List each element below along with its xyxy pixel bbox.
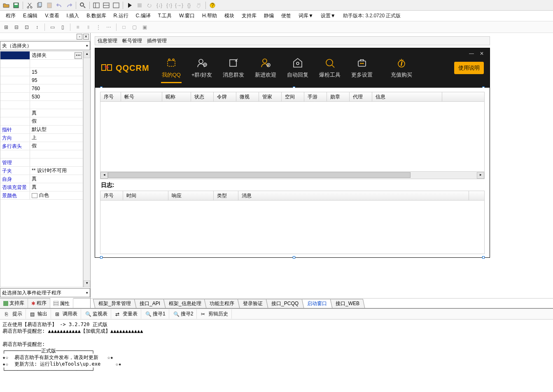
step2-icon[interactable]: {} bbox=[184, 1, 194, 10]
align6-icon[interactable]: ▯ bbox=[58, 23, 67, 32]
property-value[interactable]: 真 bbox=[30, 175, 83, 183]
nav-myqq[interactable]: 我的QQ bbox=[161, 56, 182, 83]
menu-run[interactable]: R.运行 bbox=[110, 11, 132, 21]
nav-autoreply[interactable]: 自动回复 bbox=[286, 56, 309, 80]
table-header-cell[interactable]: 微视 bbox=[236, 92, 259, 101]
menu-edit[interactable]: E.编辑 bbox=[20, 11, 41, 21]
size3-icon[interactable]: ▣ bbox=[140, 23, 149, 32]
designer-tab[interactable]: 接口_API bbox=[134, 299, 166, 308]
property-row[interactable]: 自身真 bbox=[0, 175, 83, 183]
output-tab[interactable]: 🔍搜寻1 bbox=[142, 309, 169, 319]
property-value[interactable]: 530 bbox=[30, 93, 83, 100]
designer-tab[interactable]: 接口_WEB bbox=[330, 299, 365, 308]
nav-more[interactable]: 更多设置 bbox=[350, 56, 373, 80]
output-tab[interactable]: ▤输出 bbox=[27, 309, 51, 319]
align5-icon[interactable]: ▭ bbox=[48, 23, 57, 32]
size2-icon[interactable]: ▢ bbox=[130, 23, 139, 32]
property-value[interactable]: 默认型 bbox=[30, 126, 83, 133]
minimize-icon[interactable]: — bbox=[469, 51, 474, 56]
stop-icon[interactable] bbox=[135, 1, 144, 10]
spacing4-icon[interactable]: ⋯ bbox=[104, 23, 113, 32]
log-table-body[interactable] bbox=[100, 201, 485, 254]
tab-program[interactable]: ✱程序 bbox=[28, 299, 50, 308]
table-header-cell[interactable]: 代理 bbox=[350, 92, 372, 101]
property-row[interactable]: 选择夹⋯ bbox=[0, 51, 83, 60]
output-tab[interactable]: ✂剪辑历史 bbox=[198, 309, 232, 319]
open-icon[interactable] bbox=[2, 1, 11, 10]
prop-scrollbar[interactable]: ▴ ▾ bbox=[83, 51, 90, 287]
table-header-cell[interactable]: 序号 bbox=[100, 92, 121, 101]
property-row[interactable]: 95 bbox=[0, 76, 83, 84]
menu-settings[interactable]: 设置▼ bbox=[317, 11, 339, 21]
table-header-cell[interactable]: 令牌 bbox=[214, 92, 236, 101]
stepin-icon[interactable]: {↓} bbox=[155, 1, 164, 10]
size1-icon[interactable]: □ bbox=[119, 23, 128, 32]
property-value[interactable]: 95 bbox=[30, 76, 83, 84]
property-value[interactable]: 假 bbox=[30, 142, 83, 150]
nav-baofen[interactable]: 爆粉工具 bbox=[318, 56, 341, 80]
menu-view[interactable]: V.查看 bbox=[42, 11, 62, 21]
designer-tab[interactable]: 接口_PCQQ bbox=[266, 299, 304, 308]
redo-icon[interactable] bbox=[65, 1, 74, 10]
menu-compile[interactable]: C.编译 bbox=[133, 11, 154, 21]
save-icon[interactable] bbox=[12, 1, 21, 10]
property-row[interactable]: 530 bbox=[0, 93, 83, 101]
align3-icon[interactable]: ⊡ bbox=[22, 23, 31, 32]
layout3-icon[interactable] bbox=[112, 1, 121, 10]
property-row[interactable]: 否填充背景真 bbox=[0, 183, 83, 191]
table-hscroll[interactable]: ◂ ▸ bbox=[100, 172, 485, 179]
nav-recharge[interactable]: i 充值购买 bbox=[390, 56, 413, 80]
align1-icon[interactable]: ⊞ bbox=[2, 23, 11, 32]
property-row[interactable] bbox=[0, 150, 83, 159]
menu-window[interactable]: W.窗口 bbox=[176, 11, 198, 21]
table-header-cell[interactable]: 勋章 bbox=[327, 92, 350, 101]
property-row[interactable]: 多行表头假 bbox=[0, 142, 83, 150]
property-value[interactable] bbox=[30, 101, 83, 109]
tab-properties[interactable]: 属性 bbox=[50, 298, 73, 308]
form-menu-info[interactable]: 信息管理 bbox=[98, 37, 117, 44]
designer-tab[interactable]: 框架_异常管理 bbox=[93, 299, 136, 308]
property-row[interactable]: 15 bbox=[0, 68, 83, 76]
cut-icon[interactable] bbox=[25, 1, 34, 10]
designer-tab[interactable]: 启动窗口 bbox=[302, 299, 333, 308]
spacing1-icon[interactable]: ≡ bbox=[73, 23, 82, 32]
property-row[interactable]: 760 bbox=[0, 84, 83, 93]
table-header-cell[interactable]: 管家 bbox=[259, 92, 282, 101]
table-header-cell[interactable]: 昵称 bbox=[162, 92, 191, 101]
property-value[interactable]: 选择夹⋯ bbox=[30, 51, 83, 59]
output-tab[interactable]: 🔍监视表 bbox=[82, 309, 111, 319]
table-header-cell[interactable]: 消息 bbox=[238, 191, 469, 200]
align4-icon[interactable]: ↕ bbox=[33, 23, 42, 32]
table-header-cell[interactable]: 信息 bbox=[372, 92, 442, 101]
table-header-cell[interactable]: 空间 bbox=[282, 92, 304, 101]
stepover-icon[interactable]: ⭮ bbox=[145, 1, 154, 10]
spacing2-icon[interactable]: ⫴ bbox=[84, 23, 93, 32]
design-canvas[interactable]: 信息管理 帐号管理 插件管理 — ✕ QQCRM bbox=[91, 33, 553, 298]
table-header-cell[interactable]: 时间 bbox=[123, 191, 168, 200]
menu-static[interactable]: 静编 bbox=[261, 11, 277, 21]
scroll-up-icon[interactable]: ▴ bbox=[84, 51, 90, 58]
close-icon[interactable]: ✕ bbox=[480, 51, 484, 56]
align2-icon[interactable]: ⊟ bbox=[12, 23, 21, 32]
resize-handle[interactable] bbox=[100, 256, 103, 259]
stepout-icon[interactable]: {↑} bbox=[165, 1, 174, 10]
help-icon[interactable]: ? bbox=[208, 1, 217, 10]
output-tab[interactable]: ⊞调用表 bbox=[52, 309, 81, 319]
copy-icon[interactable] bbox=[35, 1, 44, 10]
table-header-cell[interactable]: 帐号 bbox=[121, 92, 162, 101]
property-row[interactable]: 方向上 bbox=[0, 134, 83, 142]
form-menu-plugin[interactable]: 插件管理 bbox=[147, 37, 167, 44]
table-header-cell[interactable]: 手游 bbox=[304, 92, 327, 101]
property-value[interactable] bbox=[30, 159, 83, 166]
hand-icon[interactable] bbox=[194, 1, 203, 10]
resize-handle[interactable] bbox=[293, 256, 295, 259]
find-icon[interactable] bbox=[78, 1, 87, 10]
property-row[interactable]: 真 bbox=[0, 109, 83, 117]
nav-welcome[interactable]: 新进欢迎 bbox=[254, 56, 277, 80]
menu-program[interactable]: 程序 bbox=[2, 11, 19, 21]
property-row[interactable]: 假 bbox=[0, 117, 83, 126]
layout2-icon[interactable] bbox=[102, 1, 111, 10]
event-selector[interactable]: 处选择加入事件处理子程序 ▾ bbox=[0, 288, 90, 297]
resize-handle[interactable] bbox=[482, 256, 485, 259]
table-header-cell[interactable]: 状态 bbox=[191, 92, 214, 101]
